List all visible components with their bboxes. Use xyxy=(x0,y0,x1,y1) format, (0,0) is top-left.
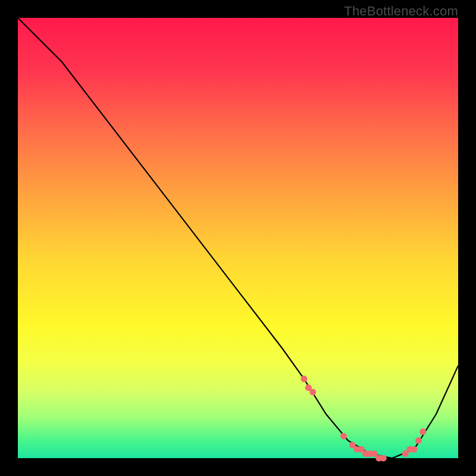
marker-dot xyxy=(411,446,418,453)
marker-dot xyxy=(309,389,316,396)
marker-dot xyxy=(301,375,308,382)
plot-area xyxy=(18,18,458,458)
marker-dot xyxy=(380,455,387,462)
bottleneck-curve xyxy=(18,18,458,458)
marker-group xyxy=(301,375,427,461)
marker-dot xyxy=(419,428,426,435)
curve-layer xyxy=(18,18,458,458)
marker-dot xyxy=(340,433,347,440)
watermark-text: TheBottleneck.com xyxy=(344,4,458,19)
chart-frame: TheBottleneck.com xyxy=(0,0,476,476)
marker-dot xyxy=(415,437,422,444)
